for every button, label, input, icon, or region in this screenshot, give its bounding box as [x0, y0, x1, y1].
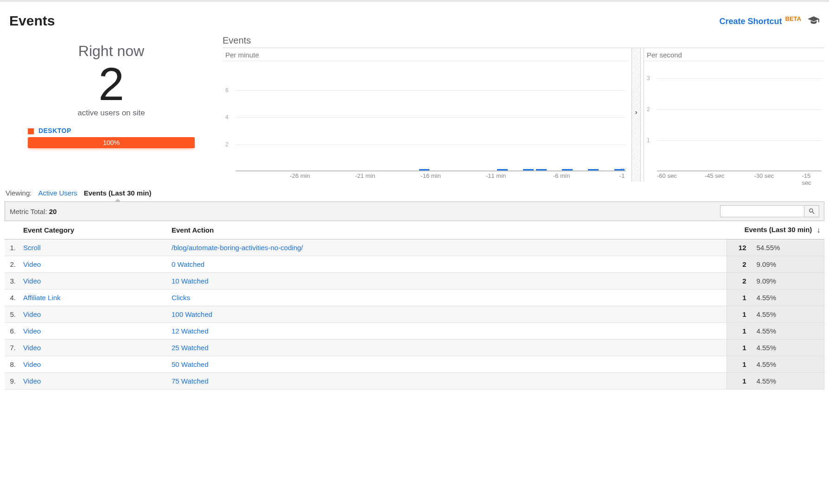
row-action[interactable]: 0 Watched: [168, 256, 727, 273]
beta-badge: BETA: [785, 15, 801, 22]
chart-per-minute-plot: 246: [236, 63, 626, 171]
bar: [497, 169, 507, 170]
row-category[interactable]: Video: [19, 256, 168, 273]
row-category[interactable]: Video: [19, 323, 168, 340]
chart-per-second-label: Per second: [644, 48, 824, 61]
row-count: 12: [727, 239, 750, 256]
row-count: 1: [727, 323, 750, 340]
realtime-subtitle: active users on site: [19, 108, 204, 118]
sort-desc-icon: ↓: [817, 226, 821, 234]
header-bar: Events Create Shortcut BETA: [0, 0, 829, 33]
row-category[interactable]: Affiliate Link: [19, 290, 168, 306]
row-percent: 4.55%: [750, 323, 824, 340]
search-icon: [808, 208, 816, 215]
x-tick-label: -6 min: [553, 172, 570, 179]
viewing-tabs: Viewing: Active Users Events (Last 30 mi…: [0, 185, 829, 200]
row-count: 1: [727, 373, 750, 390]
device-percent-bar: 100%: [28, 137, 195, 148]
bar: [562, 169, 572, 170]
bar: [523, 169, 533, 170]
row-index: 7.: [5, 340, 19, 356]
header-actions: Create Shortcut BETA: [720, 15, 820, 26]
table-row: 5.Video100 Watched14.55%: [5, 306, 824, 323]
row-index: 9.: [5, 373, 19, 390]
viewing-label: Viewing:: [6, 189, 32, 197]
col-event-count-label: Events (Last 30 min): [744, 226, 812, 233]
row-count: 1: [727, 290, 750, 306]
charts-row: Per minute 246 … -26 min-21 min-16 min-1…: [223, 48, 824, 182]
row-action[interactable]: 12 Watched: [168, 323, 727, 340]
row-action[interactable]: Clicks: [168, 290, 727, 306]
table-row: 2.Video0 Watched29.09%: [5, 256, 824, 273]
create-shortcut-button[interactable]: Create Shortcut BETA: [720, 15, 801, 26]
row-action[interactable]: 50 Watched: [168, 356, 727, 373]
metric-total-row: Metric Total: 20: [5, 202, 824, 221]
chart-per-minute-label: Per minute: [223, 48, 629, 61]
search-button[interactable]: [804, 206, 819, 217]
row-count: 2: [727, 256, 750, 273]
chart-per-minute: Per minute 246 … -26 min-21 min-16 min-1…: [223, 48, 629, 182]
row-action[interactable]: 100 Watched: [168, 306, 727, 323]
row-category[interactable]: Scroll: [19, 239, 168, 256]
create-shortcut-label: Create Shortcut: [720, 17, 782, 26]
x-tick-label: -30 sec: [754, 172, 774, 179]
metric-total-label: Metric Total:: [10, 208, 47, 215]
charts-panel: Events Per minute 246 … -26 min-21 min-1…: [223, 33, 824, 182]
row-category[interactable]: Video: [19, 306, 168, 323]
charts-title: Events: [223, 33, 824, 48]
chart-per-second-plot: 123: [657, 63, 822, 171]
realtime-count: 2: [19, 60, 204, 108]
row-percent: 54.55%: [750, 239, 824, 256]
table-row: 6.Video12 Watched14.55%: [5, 323, 824, 340]
col-event-category[interactable]: Event Category: [19, 221, 168, 239]
x-tick-label: -21 min: [355, 172, 375, 179]
row-percent: 4.55%: [750, 290, 824, 306]
row-category[interactable]: Video: [19, 273, 168, 290]
table-row: 9.Video75 Watched14.55%: [5, 373, 824, 390]
col-event-action[interactable]: Event Action: [168, 221, 727, 239]
bar: [419, 169, 429, 170]
page-title: Events: [9, 13, 55, 29]
table-row: 3.Video10 Watched29.09%: [5, 273, 824, 290]
search-box: [720, 205, 819, 217]
chart-per-second: Per second 123 -60 sec-45 sec-30 sec-15 …: [644, 48, 824, 182]
row-count: 1: [727, 356, 750, 373]
realtime-card: Right now 2 active users on site DESKTOP…: [5, 33, 218, 182]
x-tick-label: -26 min: [290, 172, 310, 179]
table-row: 4.Affiliate LinkClicks14.55%: [5, 290, 824, 306]
row-index: 6.: [5, 323, 19, 340]
chevron-right-icon: ›: [635, 108, 638, 116]
row-percent: 4.55%: [750, 373, 824, 390]
graduation-cap-icon[interactable]: [808, 16, 820, 26]
events-table: Event Category Event Action Events (Last…: [5, 221, 824, 390]
row-count: 1: [727, 340, 750, 356]
row-percent: 4.55%: [750, 340, 824, 356]
tab-events[interactable]: Events (Last 30 min): [84, 189, 152, 197]
row-percent: 4.55%: [750, 356, 824, 373]
bar: [536, 169, 546, 170]
row-index: 1.: [5, 239, 19, 256]
search-input[interactable]: [721, 206, 804, 217]
row-action[interactable]: /blog/automate-boring-activities-no-codi…: [168, 239, 727, 256]
row-action[interactable]: 10 Watched: [168, 273, 727, 290]
row-action[interactable]: 25 Watched: [168, 340, 727, 356]
row-index: 2.: [5, 256, 19, 273]
row-category[interactable]: Video: [19, 356, 168, 373]
row-index: 5.: [5, 306, 19, 323]
x-tick-label: -16 min: [421, 172, 440, 179]
row-percent: 4.55%: [750, 306, 824, 323]
x-tick-label: -15 sec: [802, 172, 815, 186]
row-category[interactable]: Video: [19, 340, 168, 356]
x-tick-label: -11 min: [486, 172, 506, 179]
device-label[interactable]: DESKTOP: [38, 127, 71, 134]
row-action[interactable]: 75 Watched: [168, 373, 727, 390]
realtime-title: Right now: [19, 43, 204, 60]
x-tick-label: -60 sec: [657, 172, 677, 179]
table-row: 1.Scroll/blog/automate-boring-activities…: [5, 239, 824, 256]
row-category[interactable]: Video: [19, 373, 168, 390]
tab-active-users[interactable]: Active Users: [38, 189, 77, 197]
col-event-count[interactable]: Events (Last 30 min) ↓: [727, 221, 824, 239]
metric-total-value: 20: [49, 208, 57, 215]
chart-expand-handle[interactable]: ›: [631, 48, 641, 182]
device-legend: DESKTOP: [19, 127, 204, 134]
